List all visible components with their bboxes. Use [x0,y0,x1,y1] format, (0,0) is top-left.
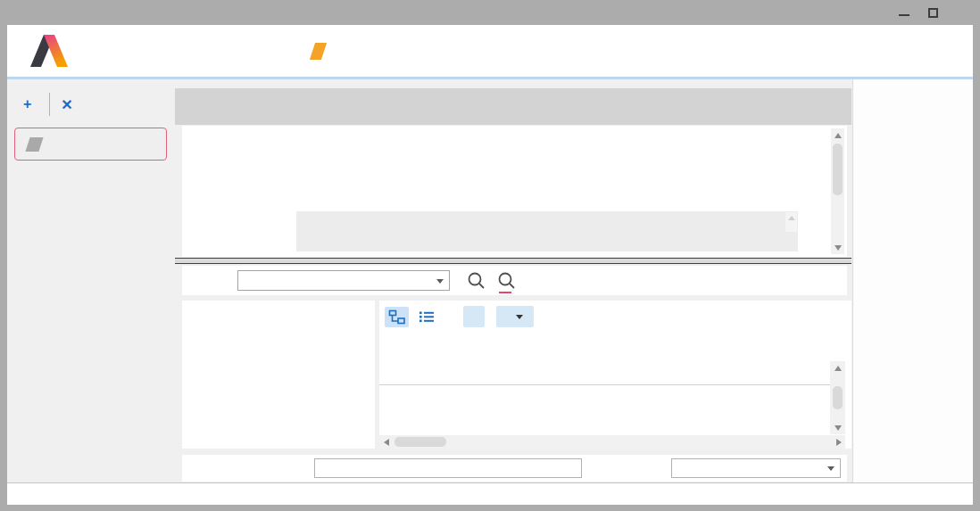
record-count-button[interactable] [463,306,485,327]
close-module-button[interactable]: ✕ [50,96,90,113]
red-underline [499,292,511,293]
minimize-icon[interactable] [898,6,910,19]
action-panel [852,79,973,482]
plus-icon: + [23,96,31,112]
status-bar [7,482,973,505]
open-module-button[interactable]: + [12,96,49,112]
records-table [379,361,845,449]
table-vscrollbar[interactable] [830,361,845,434]
table-search-bar [182,455,847,482]
fulltext-bar [182,266,847,295]
fulltext-input[interactable] [237,270,450,291]
grid-toolbar [379,306,546,327]
chevron-down-icon [516,315,523,319]
sort-select[interactable] [671,458,841,478]
grid-panel [379,301,851,449]
memo-scrollbar[interactable] [785,212,797,232]
table-hscrollbar[interactable] [379,435,845,449]
poznamka-textarea[interactable] [296,211,798,251]
abra-logo [30,35,86,67]
search-fulltext-icon[interactable] [496,270,518,293]
horizontal-splitter[interactable] [175,258,851,264]
abra-logo-icon [30,35,77,67]
module-icon [310,43,327,60]
close-x-icon: ✕ [61,96,72,113]
detail-panel [182,126,847,257]
maximize-icon[interactable] [926,6,939,19]
window-controls [898,0,968,25]
chevron-down-icon [827,466,835,471]
list-view-icon[interactable] [414,307,438,327]
main-window: + ✕ [7,25,973,505]
close-icon[interactable] [955,6,968,19]
titlebar [0,0,980,25]
breadcrumb [312,25,378,77]
chevron-down-icon[interactable] [436,279,444,284]
search-icon[interactable] [466,270,487,293]
tree-view-icon[interactable] [385,307,409,327]
filter-select-button[interactable] [496,306,534,327]
favorite-row [386,333,393,352]
table-header [379,361,830,385]
tree-panel [182,301,375,449]
tab-bar [175,88,851,125]
detail-scrollbar[interactable] [831,128,844,254]
module-card-icon [25,137,43,152]
module-actions: + ✕ [12,91,91,118]
sidebar-item-strediska[interactable] [14,128,167,161]
app-header [7,25,973,77]
header-accent-line [7,77,973,79]
table-search-input[interactable] [314,458,582,478]
